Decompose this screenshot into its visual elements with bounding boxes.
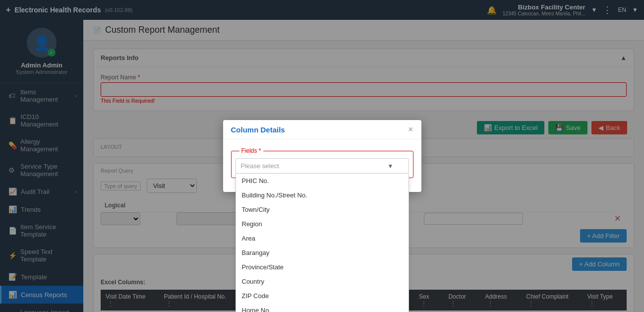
fields-placeholder: Please select xyxy=(241,162,279,170)
fields-legend: Fields * xyxy=(239,147,263,154)
dropdown-item-province[interactable]: Province/State xyxy=(236,260,409,274)
modal-close-button[interactable]: × xyxy=(408,125,413,134)
dropdown-item-home[interactable]: Home No. xyxy=(236,303,409,312)
fields-required-indicator: * xyxy=(259,147,261,154)
modal-overlay[interactable]: Column Details × Fields * Please select … xyxy=(0,0,644,312)
fields-select-box[interactable]: Please select ▼ xyxy=(235,158,409,174)
dropdown-item-town[interactable]: Town/City xyxy=(236,202,409,217)
modal-body: Fields * Please select ▼ PHIC No. Buildi… xyxy=(223,139,421,192)
dropdown-item-region[interactable]: Region xyxy=(236,217,409,231)
dropdown-item-area[interactable]: Area xyxy=(236,231,409,246)
dropdown-item-phic[interactable]: PHIC No. xyxy=(236,174,409,188)
dropdown-list: PHIC No. Building No./Street No. Town/Ci… xyxy=(235,174,409,312)
dropdown-item-barangay[interactable]: Barangay xyxy=(236,246,409,260)
modal-title: Column Details xyxy=(231,125,285,134)
fields-fieldset: Fields * Please select ▼ PHIC No. Buildi… xyxy=(231,147,413,178)
dropdown-caret-icon: ▼ xyxy=(388,163,394,170)
dropdown-item-zip[interactable]: ZIP Code xyxy=(236,289,409,303)
dropdown-item-country[interactable]: Country xyxy=(236,274,409,289)
dropdown-item-building[interactable]: Building No./Street No. xyxy=(236,188,409,202)
modal-header: Column Details × xyxy=(223,120,421,139)
fields-dropdown-wrapper: Please select ▼ PHIC No. Building No./St… xyxy=(235,158,409,174)
column-details-modal: Column Details × Fields * Please select … xyxy=(223,120,421,192)
